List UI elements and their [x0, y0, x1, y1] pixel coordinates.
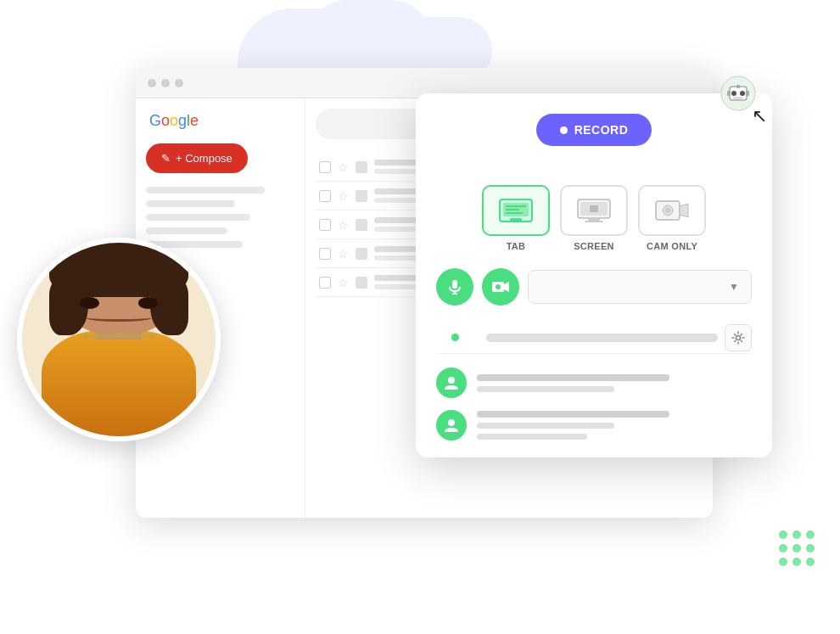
mic-icon — [446, 278, 463, 295]
mode-icon-box-tab — [482, 185, 550, 236]
logo-e: e — [190, 112, 199, 129]
person-detail — [477, 386, 614, 392]
email-label-tag — [356, 248, 367, 260]
photo-eye-right — [138, 297, 158, 309]
svg-marker-21 — [680, 204, 688, 217]
record-button[interactable]: RECORD — [536, 114, 652, 146]
robot-icon-container — [720, 75, 757, 115]
svg-rect-14 — [506, 212, 523, 214]
svg-rect-17 — [588, 218, 600, 221]
tab-active-dot — [451, 334, 459, 341]
green-dot — [806, 558, 815, 566]
av-controls: ▼ — [436, 268, 752, 306]
logo-g2: g — [178, 112, 187, 129]
mode-label-cam: CAM ONLY — [647, 241, 697, 251]
person-row — [436, 410, 752, 440]
svg-rect-7 — [733, 97, 743, 99]
tab-line-bar — [486, 334, 718, 342]
camera-dropdown[interactable]: ▼ — [528, 270, 752, 304]
logo-g: G — [149, 112, 161, 129]
svg-point-3 — [740, 91, 745, 96]
svg-rect-4 — [736, 85, 740, 88]
svg-point-31 — [448, 377, 455, 384]
record-btn-wrapper: RECORD — [436, 114, 752, 166]
svg-rect-13 — [506, 209, 519, 210]
logo-o1: o — [161, 112, 170, 129]
mode-label-screen: SCREEN — [574, 241, 614, 251]
camera-button[interactable] — [482, 268, 519, 306]
svg-rect-24 — [452, 280, 457, 289]
person-avatar — [436, 367, 467, 398]
record-label: RECORD — [574, 123, 629, 137]
person-detail — [477, 423, 614, 429]
person-info — [477, 374, 752, 392]
svg-point-23 — [665, 208, 670, 213]
green-dot — [779, 530, 787, 539]
tab-icon — [498, 198, 534, 223]
traffic-dot-minimize — [161, 79, 170, 87]
traffic-dot-close — [148, 79, 156, 87]
people-list — [436, 367, 752, 440]
gear-icon — [731, 331, 745, 345]
svg-rect-5 — [727, 91, 731, 96]
email-star[interactable]: ☆ — [338, 218, 349, 232]
green-dot — [779, 544, 787, 553]
mode-icon-box-cam — [638, 185, 706, 236]
mode-icon-box-screen — [560, 185, 628, 236]
svg-point-32 — [448, 419, 455, 426]
svg-rect-6 — [746, 91, 749, 96]
email-label-tag — [356, 219, 367, 231]
photo-body — [42, 330, 196, 436]
camera-icon — [491, 279, 510, 295]
compose-button[interactable]: ✎ + Compose — [146, 143, 248, 173]
sidebar-nav-item — [146, 187, 265, 194]
mode-option-screen[interactable]: SCREEN — [560, 185, 628, 251]
email-checkbox[interactable] — [319, 161, 331, 173]
svg-point-30 — [736, 336, 741, 340]
sidebar-nav-item — [146, 214, 250, 221]
email-checkbox[interactable] — [319, 219, 331, 231]
person-icon — [443, 374, 460, 391]
person-photo — [17, 238, 221, 441]
record-panel: ↖ RECORD TAB — [416, 93, 772, 457]
compose-icon: ✎ — [161, 152, 171, 165]
robot-icon — [720, 75, 757, 112]
email-checkbox[interactable] — [319, 248, 331, 260]
settings-gear-button[interactable] — [725, 324, 752, 351]
svg-point-2 — [731, 91, 736, 96]
email-label-tag — [356, 190, 367, 202]
person-name — [477, 374, 669, 381]
mode-label-tab: TAB — [507, 241, 526, 251]
compose-label: + Compose — [176, 152, 232, 165]
svg-rect-18 — [585, 221, 603, 222]
email-star[interactable]: ☆ — [338, 189, 349, 203]
email-star[interactable]: ☆ — [338, 160, 349, 174]
traffic-dot-expand — [175, 79, 183, 87]
svg-point-29 — [496, 284, 501, 289]
cam-icon — [654, 198, 690, 223]
email-checkbox[interactable] — [319, 277, 331, 289]
svg-marker-28 — [504, 282, 509, 292]
person-avatar — [436, 410, 467, 440]
email-star[interactable]: ☆ — [338, 276, 349, 289]
sidebar-nav-item — [146, 200, 235, 207]
svg-rect-11 — [507, 221, 525, 222]
panel-tab-1[interactable] — [436, 323, 479, 353]
mode-option-tab[interactable]: TAB — [482, 185, 550, 251]
mode-options: TAB SCREEN — [436, 185, 752, 251]
email-star[interactable]: ☆ — [338, 247, 349, 261]
person-row — [436, 367, 752, 398]
dropdown-arrow-icon: ▼ — [729, 281, 739, 293]
mode-option-cam-only[interactable]: CAM ONLY — [638, 185, 706, 251]
screen-icon — [576, 198, 612, 223]
logo-o2: o — [170, 112, 178, 129]
mic-button[interactable] — [436, 268, 473, 306]
sidebar-nav-item — [146, 227, 227, 234]
email-checkbox[interactable] — [319, 190, 331, 202]
panel-tab-row — [436, 323, 752, 354]
green-dot — [779, 558, 787, 566]
green-dot — [792, 558, 801, 566]
green-dot — [792, 530, 801, 539]
green-dot — [806, 530, 815, 539]
svg-rect-10 — [510, 218, 522, 221]
